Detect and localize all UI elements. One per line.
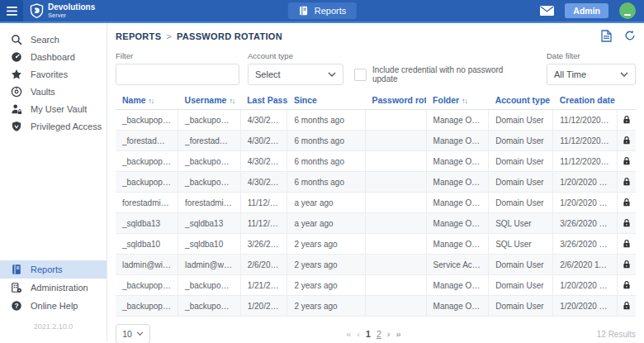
- export-report-icon: [601, 30, 612, 42]
- cell-folder: Manage OU13: [426, 172, 489, 193]
- sidebar-item-reports[interactable]: Reports: [0, 260, 107, 279]
- cell-folder: Service Accounts: [426, 255, 489, 275]
- column-header-name[interactable]: Name↑↓: [116, 93, 178, 110]
- cell-username: _backupoperator14: [178, 296, 241, 317]
- breadcrumb-section[interactable]: REPORTS: [116, 31, 161, 41]
- date-filter-value: All Time: [554, 69, 586, 79]
- chevron-down-icon: [136, 331, 144, 336]
- star-icon: [10, 68, 22, 80]
- last-page-button[interactable]: »: [395, 329, 400, 339]
- admin-button[interactable]: Admin: [565, 3, 608, 18]
- cell-password-rotation: [365, 110, 426, 131]
- cell-since: 6 months ago: [287, 110, 366, 131]
- sidebar-item-favorites[interactable]: Favorites: [0, 65, 107, 83]
- user-avatar[interactable]: [619, 2, 636, 19]
- cell-folder: Manage OU14: [426, 296, 489, 317]
- cell-creation-date: 1/20/2020 17:10: [553, 296, 618, 317]
- table-row[interactable]: _backupoperator20_backupoperator204/30/2…: [116, 151, 636, 172]
- topbar-reports-label: Reports: [315, 6, 347, 16]
- hamburger-menu-button[interactable]: [0, 0, 23, 21]
- cell-since: 2 years ago: [287, 296, 366, 317]
- cell-folder: Manage OU13: [426, 193, 489, 213]
- lock-icon: [622, 115, 632, 124]
- account-type-label: Account type: [248, 51, 343, 60]
- breadcrumb-page: PASSWORD ROTATION: [177, 31, 282, 41]
- topbar-reports-button[interactable]: Reports: [288, 2, 357, 19]
- sidebar-item-label: Dashboard: [31, 52, 75, 62]
- sidebar-item-label: My User Vault: [31, 104, 87, 114]
- cell-lock: [618, 172, 636, 193]
- column-header-creation-date[interactable]: Creation date↑↓: [553, 93, 618, 110]
- table-row[interactable]: ladmin@windjam...ladmin@windjam...2/6/20…: [116, 255, 636, 275]
- sort-icon: ↑↓: [229, 97, 234, 105]
- page-button-2[interactable]: 2: [376, 329, 381, 339]
- table-row[interactable]: _backupoperator21_backupoperator214/30/2…: [116, 110, 636, 131]
- cell-last-password-update: 1/21/2020 15:52: [240, 275, 287, 296]
- cell-name: _backupoperator10: [116, 275, 178, 296]
- sidebar-item-vaults[interactable]: Vaults: [0, 83, 107, 100]
- previous-page-button[interactable]: ‹: [357, 329, 360, 339]
- table-row[interactable]: _backupoperator13_backupoperator134/30/2…: [116, 172, 636, 193]
- sort-icon: ↑↓: [149, 97, 154, 105]
- date-filter-select[interactable]: All Time: [547, 64, 636, 85]
- avatar-mark: [624, 14, 631, 17]
- devolutions-shield-icon: [30, 3, 44, 19]
- cell-creation-date: 2/6/2020 11:14: [553, 255, 618, 275]
- sidebar-item-search[interactable]: Search: [0, 31, 107, 48]
- filter-input[interactable]: [116, 64, 239, 85]
- table-row[interactable]: _backupoperator10_backupoperator101/21/2…: [116, 275, 636, 296]
- cell-folder: Manage OU10: [426, 234, 489, 255]
- column-label: Name: [122, 95, 146, 105]
- cell-username: _sqldba13: [178, 213, 241, 234]
- next-page-button[interactable]: ›: [387, 329, 391, 339]
- sidebar-item-online-help[interactable]: ?Online Help: [0, 297, 107, 315]
- administration-icon: [10, 282, 22, 294]
- cell-folder: Manage OU10: [426, 275, 489, 296]
- cell-account-type: Domain User: [489, 193, 553, 213]
- cell-last-password-update: 2/6/2020 11:14: [240, 255, 287, 275]
- lock-icon: [622, 239, 632, 248]
- account-type-select[interactable]: Select: [248, 64, 343, 85]
- table-row[interactable]: forestadmin13forestadmin1311/12/2020 16:…: [116, 193, 636, 213]
- cell-creation-date: 1/20/2020 16:49: [553, 172, 618, 193]
- export-report-button[interactable]: [601, 30, 612, 42]
- table-row[interactable]: _sqldba13_sqldba1311/12/2020 16:41a year…: [116, 213, 636, 234]
- account-type-value: Select: [255, 69, 281, 79]
- column-label: Last Password Up...: [247, 95, 287, 105]
- table-row[interactable]: _forestadmin20_forestadmin204/30/2021 14…: [116, 131, 636, 151]
- sidebar-item-privileged-access[interactable]: Privileged Access: [0, 117, 107, 135]
- cell-password-rotation: [365, 213, 426, 234]
- first-page-button[interactable]: «: [346, 329, 351, 339]
- cell-folder: Manage OU20: [426, 131, 489, 151]
- help-icon: ?: [10, 300, 22, 312]
- table-row[interactable]: _sqldba10_sqldba103/26/2020 11:362 years…: [116, 234, 636, 255]
- column-header-username[interactable]: Username↑↓: [178, 93, 241, 110]
- cell-since: 2 years ago: [287, 234, 366, 255]
- lock-icon: [622, 156, 632, 165]
- column-header-password-rotation: Password rotation ...: [365, 93, 426, 110]
- page-button-1[interactable]: 1: [366, 329, 371, 339]
- cell-account-type: Domain User: [489, 275, 553, 296]
- sidebar-item-label: Administration: [31, 283, 88, 293]
- breadcrumb-separator: >: [166, 31, 172, 41]
- brand-subtitle: Server: [48, 12, 95, 19]
- cell-account-type: Domain User: [489, 131, 553, 151]
- refresh-button[interactable]: [624, 30, 636, 42]
- include-credential-checkbox[interactable]: [354, 69, 367, 81]
- sidebar-item-my-user-vault[interactable]: My User Vault: [0, 100, 107, 117]
- table-row[interactable]: _backupoperator14_backupoperator141/20/2…: [116, 296, 636, 317]
- sidebar-item-dashboard[interactable]: Dashboard: [0, 48, 107, 65]
- cell-since: 2 years ago: [287, 255, 366, 275]
- column-label: Password rotation ...: [372, 95, 426, 105]
- user-vault-icon: [10, 102, 22, 115]
- page-size-select[interactable]: 10: [116, 324, 150, 343]
- shield-icon: [10, 120, 22, 132]
- svg-text:?: ?: [14, 302, 18, 310]
- column-header-folder[interactable]: Folder↑↓: [426, 93, 489, 110]
- sidebar-item-administration[interactable]: Administration: [0, 279, 107, 297]
- cell-username: forestadmin13: [178, 193, 241, 213]
- mail-button[interactable]: [540, 6, 554, 16]
- cell-last-password-update: 4/30/2021 14:07: [240, 110, 287, 131]
- table-header-row: Name↑↓Username↑↓Last Password Up...Since…: [116, 93, 636, 110]
- cell-last-password-update: 4/30/2021 14:06: [240, 172, 287, 193]
